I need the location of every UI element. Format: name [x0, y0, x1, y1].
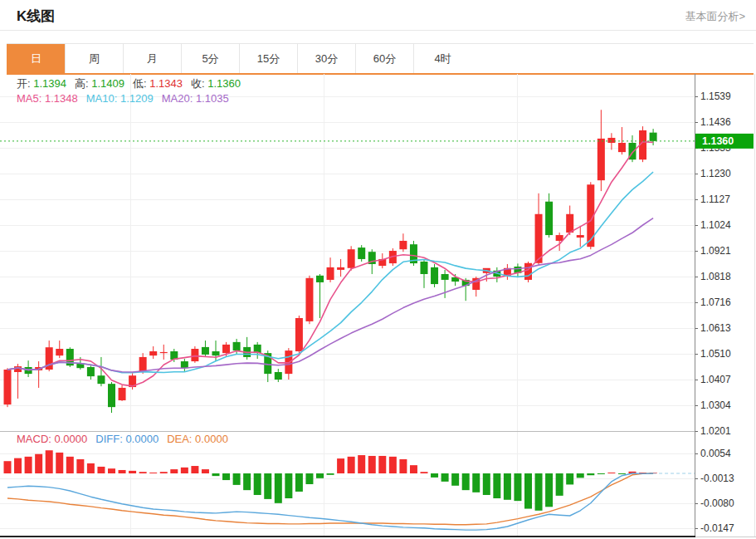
- tab-timeframe-4[interactable]: 5分: [181, 44, 239, 73]
- candle-down: [431, 267, 438, 284]
- ohlc-legend-item: 高: 1.1409: [75, 77, 124, 90]
- macd-bar-down: [483, 473, 490, 495]
- macd-bar-up: [160, 472, 168, 473]
- macd-legend: MACD: 0.0000DIFF: 0.0000DEA: 0.0000: [17, 433, 237, 445]
- tab-timeframe-8[interactable]: 4时: [413, 44, 471, 73]
- macd-bar-down: [295, 473, 303, 492]
- macd-bar-up: [358, 455, 365, 473]
- macd-bar-down: [233, 473, 241, 485]
- macd-bar-down: [556, 473, 563, 496]
- macd-bar-up: [108, 468, 115, 473]
- macd-bar-up: [378, 456, 386, 473]
- ma-legend-item: MA5: 1.1348: [17, 92, 78, 105]
- macd-bar-up: [76, 459, 84, 473]
- price-axis-label: 1.0510: [700, 348, 731, 360]
- price-axis-label: 1.1436: [700, 116, 731, 128]
- macd-bar-up: [139, 472, 147, 473]
- chart-panel: 开: 1.1394高: 1.1409低: 1.1343收: 1.1360 MA5…: [0, 74, 756, 539]
- macd-bar-down: [316, 473, 324, 478]
- tab-timeframe-7[interactable]: 60分: [355, 44, 413, 73]
- macd-bar-up: [149, 473, 157, 473]
- candle-up: [295, 318, 303, 351]
- tab-timeframe-5[interactable]: 15分: [239, 44, 297, 73]
- tab-timeframe-6[interactable]: 30分: [297, 44, 355, 73]
- price-axis-label: 1.1539: [700, 91, 731, 102]
- timeframe-tab-bar: 日周月5分15分30分60分4时: [7, 43, 754, 75]
- macd-bar-up: [46, 450, 53, 473]
- macd-bar-up: [97, 467, 105, 473]
- macd-bar-down: [441, 473, 449, 482]
- candle-up: [139, 357, 147, 371]
- tab-timeframe-1[interactable]: 日: [7, 44, 65, 73]
- candle-down: [202, 347, 209, 355]
- macd-bar-up: [25, 457, 32, 473]
- candle-down: [650, 133, 657, 141]
- fundamental-analysis-link[interactable]: 基本面分析>: [685, 9, 745, 24]
- macd-bar-down: [545, 473, 553, 507]
- candle-up: [119, 388, 126, 400]
- macd-bar-down: [264, 473, 271, 499]
- macd-bar-down: [566, 473, 573, 484]
- candle-up: [305, 278, 313, 321]
- macd-bar-up: [87, 463, 95, 473]
- price-axis-label: 1.0407: [700, 374, 731, 385]
- candle-up: [348, 249, 355, 268]
- price-axis-label: 1.0613: [700, 322, 731, 334]
- macd-bar-down: [327, 473, 334, 475]
- macd-bar-down: [212, 473, 220, 476]
- candle-down: [108, 384, 115, 407]
- page-title: K线图: [17, 7, 55, 26]
- macd-bar-down: [597, 473, 605, 474]
- macd-bar-down: [524, 473, 532, 509]
- macd-bar-up: [191, 466, 198, 473]
- ohlc-legend-item: 低: 1.1343: [133, 77, 183, 90]
- macd-bar-up: [56, 453, 63, 473]
- ohlc-legend-item: 收: 1.1360: [191, 77, 241, 90]
- macd-bar-down: [431, 473, 438, 478]
- candle-down: [441, 274, 449, 280]
- macd-bar-down: [504, 473, 511, 500]
- macd-bar-down: [305, 473, 313, 484]
- price-axis-label: 1.1230: [700, 168, 731, 179]
- macd-bar-down: [243, 473, 251, 490]
- candle-down: [545, 202, 553, 235]
- macd-bar-up: [170, 469, 178, 473]
- candle-up: [222, 345, 230, 353]
- price-axis-label: 1.0304: [700, 399, 731, 411]
- macd-bar-up: [410, 465, 417, 473]
- macd-legend-item: DEA: 0.0000: [167, 433, 228, 445]
- kline-widget: K线图 基本面分析> 日周月5分15分30分60分4时 开: 1.1394高: …: [0, 0, 756, 539]
- macd-bar-up: [202, 469, 209, 473]
- candle-down: [275, 372, 282, 380]
- macd-bar-up: [35, 454, 42, 473]
- macd-axis-label: -0.0147: [700, 522, 734, 534]
- candle-up: [56, 349, 63, 355]
- macd-bar-up: [389, 457, 397, 473]
- macd-bar-up: [66, 457, 74, 473]
- candle-down: [181, 361, 188, 368]
- macd-axis-label: -0.0080: [700, 497, 734, 509]
- candle-down: [212, 351, 220, 355]
- tab-timeframe-2[interactable]: 周: [65, 44, 123, 73]
- candle-up: [14, 366, 22, 372]
- candle-down: [97, 375, 105, 384]
- ma20-line: [7, 218, 653, 372]
- macd-bar-down: [618, 473, 626, 474]
- macd-bar-up: [399, 459, 407, 473]
- macd-legend-item: DIFF: 0.0000: [95, 433, 159, 445]
- ma-legend: MA5: 1.1348MA10: 1.1209MA20: 1.1035: [17, 92, 237, 105]
- candle-up: [149, 351, 157, 355]
- candle-down: [421, 262, 428, 274]
- tab-timeframe-3[interactable]: 月: [123, 44, 181, 73]
- macd-axis-label: -0.0013: [700, 473, 734, 484]
- candle-down: [316, 276, 324, 282]
- macd-bar-up: [14, 458, 22, 473]
- candle-down: [233, 342, 241, 350]
- candle-up: [337, 267, 344, 270]
- macd-bar-down: [222, 473, 230, 480]
- candlestick-chart[interactable]: 1.15391.14361.13331.12301.11271.10241.09…: [0, 74, 756, 539]
- macd-axis-label: 0.0054: [700, 448, 731, 459]
- candle-up: [191, 349, 198, 361]
- candle-down: [87, 367, 95, 376]
- candle-up: [556, 235, 563, 241]
